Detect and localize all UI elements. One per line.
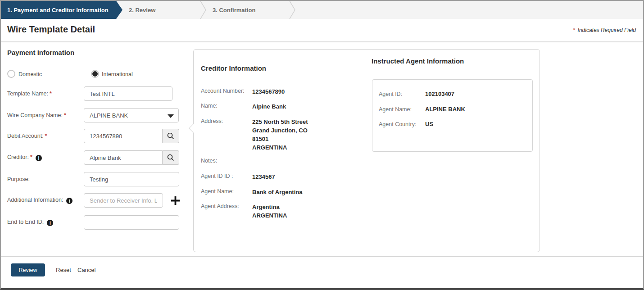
agent-country-value: US	[425, 121, 433, 127]
step-confirmation[interactable]: 3. Confirmation	[206, 1, 289, 19]
creditor-agent-name-row: Agent Name: Bank of Argentina	[201, 188, 302, 196]
instructed-agent-information-heading: Instructed Agent Information	[372, 57, 464, 65]
footer-action-bar: Review Reset Cancel	[1, 256, 643, 288]
account-number-row: Account Number: 1234567890	[201, 87, 285, 96]
info-icon[interactable]: i	[66, 198, 73, 204]
agent-id-label: Agent ID:	[379, 91, 425, 97]
step-separator-icon	[200, 1, 206, 19]
additional-information-label: Additional Information:i	[7, 197, 84, 204]
end-to-end-id-row: End to End ID:i	[7, 215, 179, 230]
title-bar: Wire Template Detail *Indicates Required…	[1, 19, 643, 42]
page-title: Wire Template Detail	[7, 24, 95, 35]
international-radio-label[interactable]: International	[102, 71, 133, 77]
debit-account-input[interactable]	[84, 129, 163, 143]
creditor-address-value: 225 North 5th Street Grand Junction, CO …	[252, 118, 308, 152]
content-area: Payment Information Domestic Internation…	[1, 43, 643, 256]
wizard-steps-bar: 1. Payment and Creditor Information 2. R…	[1, 1, 643, 19]
debit-account-row: Debit Account:*	[7, 129, 179, 143]
wire-company-name-row: Wire Company Name:* ALPINE BANK	[7, 108, 179, 122]
required-asterisk: *	[45, 133, 47, 139]
template-name-input[interactable]	[84, 86, 172, 101]
step-review[interactable]: 2. Review	[122, 1, 200, 19]
payment-type-radio-group: Domestic International	[7, 69, 187, 79]
end-to-end-id-input[interactable]	[84, 215, 179, 230]
instructed-agent-box: Agent ID: 102103407 Agent Name: ALPINE B…	[372, 79, 533, 152]
info-icon[interactable]: i	[47, 220, 53, 226]
debit-account-search-button[interactable]	[163, 129, 179, 143]
creditor-agent-name-value: Bank of Argentina	[252, 188, 302, 196]
required-note-text: Indicates Required Field	[578, 27, 636, 33]
purpose-input[interactable]	[84, 172, 179, 186]
caret-down-icon	[168, 114, 174, 118]
creditor-address-label: Address:	[201, 118, 252, 152]
search-icon	[167, 132, 175, 140]
creditor-label: Creditor:*i	[7, 154, 84, 162]
plus-icon	[171, 196, 180, 205]
purpose-label: Purpose:	[7, 176, 84, 182]
template-name-label: Template Name:*	[7, 91, 84, 97]
notes-row: Notes:	[201, 157, 252, 164]
purpose-row: Purpose:	[7, 172, 179, 186]
add-additional-information-button[interactable]	[171, 196, 180, 205]
required-asterisk: *	[50, 91, 52, 97]
creditor-name-row: Name: Alpine Bank	[201, 102, 286, 111]
wire-company-name-label: Wire Company Name:*	[7, 112, 84, 118]
required-field-note: *Indicates Required Field	[573, 27, 636, 33]
step-payment-and-creditor-information[interactable]: 1. Payment and Creditor Information	[1, 1, 122, 19]
creditor-address-row: Address: 225 North 5th Street Grand Junc…	[201, 118, 308, 152]
notes-label: Notes:	[201, 157, 252, 164]
step3-label: 3. Confirmation	[213, 7, 255, 14]
end-to-end-id-label: End to End ID:i	[7, 219, 84, 227]
creditor-search-button[interactable]	[163, 150, 179, 165]
step-separator-icon	[289, 1, 295, 19]
instructed-agent-name-row: Agent Name: ALPINE BANK	[379, 106, 465, 113]
domestic-radio[interactable]	[7, 70, 15, 78]
agent-country-label: Agent Country:	[379, 121, 425, 127]
review-button[interactable]: Review	[11, 263, 45, 276]
step1-label: 1. Payment and Creditor Information	[7, 7, 109, 14]
required-asterisk: *	[573, 27, 575, 33]
international-radio[interactable]	[91, 70, 99, 78]
agent-country-row: Agent Country: US	[379, 121, 433, 127]
creditor-name-label: Name:	[201, 102, 252, 111]
agent-id-id-value: 1234567	[252, 172, 275, 181]
creditor-agent-name-label: Agent Name:	[201, 188, 252, 196]
wire-company-name-value: ALPINE BANK	[90, 112, 128, 119]
search-icon	[167, 154, 175, 162]
panel-pointer-notch	[189, 124, 198, 133]
creditor-information-heading: Creditor Information	[201, 64, 266, 72]
agent-address-label: Agent Address:	[201, 203, 252, 220]
agent-id-id-row: Agent ID ID : 1234567	[201, 172, 275, 181]
agent-id-value: 102103407	[425, 91, 454, 97]
cancel-button[interactable]: Cancel	[77, 267, 95, 273]
instructed-agent-name-value: ALPINE BANK	[425, 106, 465, 113]
account-number-label: Account Number:	[201, 87, 252, 96]
step2-label: 2. Review	[129, 7, 155, 14]
creditor-row: Creditor:*i	[7, 150, 179, 165]
instructed-agent-name-label: Agent Name:	[379, 106, 425, 113]
creditor-input[interactable]	[84, 150, 163, 165]
agent-id-id-label: Agent ID ID :	[201, 172, 252, 181]
agent-address-value: Argentina ARGENTINA	[252, 203, 287, 220]
domestic-radio-label[interactable]: Domestic	[18, 71, 42, 77]
debit-account-label: Debit Account:*	[7, 133, 84, 139]
info-icon[interactable]: i	[36, 155, 42, 161]
agent-id-row: Agent ID: 102103407	[379, 91, 454, 97]
additional-information-input[interactable]	[84, 193, 163, 208]
payment-information-heading: Payment Information	[7, 49, 74, 56]
required-asterisk: *	[30, 154, 32, 160]
creditor-name-value: Alpine Bank	[252, 102, 286, 111]
account-number-value: 1234567890	[252, 87, 285, 96]
additional-information-row: Additional Information:i	[7, 193, 180, 208]
wire-company-name-select[interactable]: ALPINE BANK	[84, 108, 179, 122]
wire-template-detail-page: 1. Payment and Creditor Information 2. R…	[0, 0, 644, 290]
reset-button[interactable]: Reset	[56, 267, 71, 273]
template-name-row: Template Name:*	[7, 86, 172, 101]
creditor-details-panel: Creditor Information Account Number: 123…	[193, 49, 540, 252]
agent-address-row: Agent Address: Argentina ARGENTINA	[201, 203, 287, 220]
required-asterisk: *	[64, 112, 66, 118]
